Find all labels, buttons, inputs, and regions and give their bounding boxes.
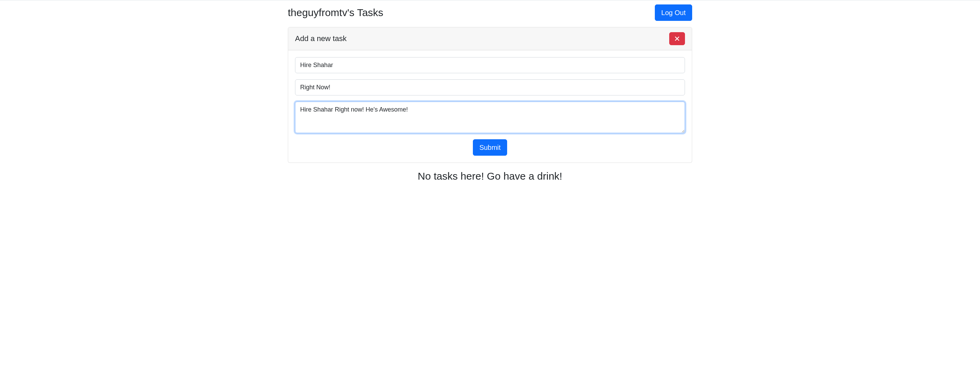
page-title: theguyfromtv's Tasks	[288, 7, 383, 19]
close-card-button[interactable]	[669, 32, 685, 45]
add-task-card: Add a new task Hire Shahar Right now! He…	[288, 27, 692, 163]
logout-button[interactable]: Log Out	[655, 5, 692, 21]
task-title-input[interactable]	[295, 57, 685, 73]
task-description-textarea[interactable]: Hire Shahar Right now! He's Awesome!	[295, 101, 685, 133]
card-body: Hire Shahar Right now! He's Awesome! Sub…	[288, 50, 692, 163]
submit-button[interactable]: Submit	[473, 139, 507, 156]
card-header: Add a new task	[288, 27, 692, 50]
empty-state-message: No tasks here! Go have a drink!	[288, 170, 692, 182]
page-header: theguyfromtv's Tasks Log Out	[288, 0, 692, 27]
task-when-input[interactable]	[295, 79, 685, 95]
close-icon	[675, 36, 680, 41]
card-header-label: Add a new task	[295, 34, 347, 43]
